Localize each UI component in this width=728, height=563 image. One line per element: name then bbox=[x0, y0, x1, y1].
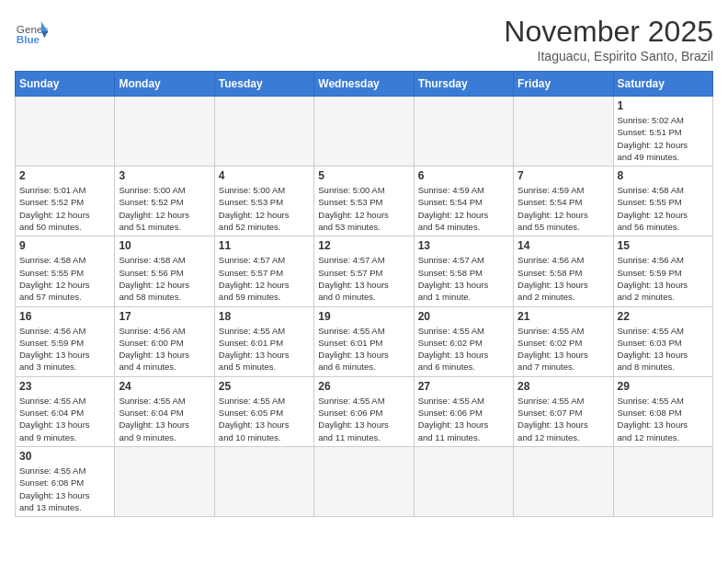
header-sunday: Sunday bbox=[16, 72, 115, 97]
day-2: 2 Sunrise: 5:01 AM Sunset: 5:52 PM Dayli… bbox=[16, 167, 115, 236]
empty-cell bbox=[115, 446, 214, 516]
day-28: 28 Sunrise: 4:55 AM Sunset: 6:07 PM Dayl… bbox=[514, 376, 613, 446]
day-26: 26 Sunrise: 4:55 AM Sunset: 6:06 PM Dayl… bbox=[314, 376, 414, 446]
logo-icon: General Blue bbox=[15, 15, 48, 48]
day-18: 18 Sunrise: 4:55 AM Sunset: 6:01 PM Dayl… bbox=[214, 306, 313, 376]
day-6: 6 Sunrise: 4:59 AM Sunset: 5:54 PM Dayli… bbox=[414, 167, 513, 236]
empty-cell bbox=[613, 446, 712, 516]
empty-cell bbox=[16, 97, 115, 167]
header-thursday: Thursday bbox=[414, 72, 513, 97]
page-header: General Blue November 2025 Itaguacu, Esp… bbox=[15, 15, 713, 63]
day-15: 15 Sunrise: 4:56 AM Sunset: 5:59 PM Dayl… bbox=[613, 236, 712, 306]
empty-cell bbox=[414, 97, 513, 167]
calendar-row-2: 2 Sunrise: 5:01 AM Sunset: 5:52 PM Dayli… bbox=[16, 167, 713, 236]
empty-cell bbox=[214, 97, 313, 167]
header-tuesday: Tuesday bbox=[214, 72, 313, 97]
empty-cell bbox=[314, 97, 414, 167]
day-21: 21 Sunrise: 4:55 AM Sunset: 6:02 PM Dayl… bbox=[514, 306, 613, 376]
header-friday: Friday bbox=[514, 72, 613, 97]
day-14: 14 Sunrise: 4:56 AM Sunset: 5:58 PM Dayl… bbox=[514, 236, 613, 306]
calendar-row-1: 1 Sunrise: 5:02 AM Sunset: 5:51 PM Dayli… bbox=[16, 97, 713, 167]
empty-cell bbox=[514, 97, 613, 167]
day-17: 17 Sunrise: 4:56 AM Sunset: 6:00 PM Dayl… bbox=[115, 306, 214, 376]
calendar-table: Sunday Monday Tuesday Wednesday Thursday… bbox=[15, 71, 713, 517]
svg-text:Blue: Blue bbox=[17, 33, 40, 45]
header-wednesday: Wednesday bbox=[314, 72, 414, 97]
day-30: 30 Sunrise: 4:55 AM Sunset: 6:08 PM Dayl… bbox=[16, 446, 115, 516]
empty-cell bbox=[414, 446, 513, 516]
empty-cell bbox=[115, 97, 214, 167]
day-20: 20 Sunrise: 4:55 AM Sunset: 6:02 PM Dayl… bbox=[414, 306, 513, 376]
day-22: 22 Sunrise: 4:55 AM Sunset: 6:03 PM Dayl… bbox=[613, 306, 712, 376]
calendar-row-3: 9 Sunrise: 4:58 AM Sunset: 5:55 PM Dayli… bbox=[16, 236, 713, 306]
day-23: 23 Sunrise: 4:55 AM Sunset: 6:04 PM Dayl… bbox=[16, 376, 115, 446]
title-block: November 2025 Itaguacu, Espirito Santo, … bbox=[504, 15, 713, 63]
day-24: 24 Sunrise: 4:55 AM Sunset: 6:04 PM Dayl… bbox=[115, 376, 214, 446]
header-saturday: Saturday bbox=[613, 72, 712, 97]
day-10: 10 Sunrise: 4:58 AM Sunset: 5:56 PM Dayl… bbox=[115, 236, 214, 306]
day-1: 1 Sunrise: 5:02 AM Sunset: 5:51 PM Dayli… bbox=[613, 97, 712, 167]
day-11: 11 Sunrise: 4:57 AM Sunset: 5:57 PM Dayl… bbox=[214, 236, 313, 306]
day-13: 13 Sunrise: 4:57 AM Sunset: 5:58 PM Dayl… bbox=[414, 236, 513, 306]
day-5: 5 Sunrise: 5:00 AM Sunset: 5:53 PM Dayli… bbox=[314, 167, 414, 236]
month-title: November 2025 bbox=[504, 15, 713, 49]
empty-cell bbox=[314, 446, 414, 516]
calendar-row-6: 30 Sunrise: 4:55 AM Sunset: 6:08 PM Dayl… bbox=[16, 446, 713, 516]
day-29: 29 Sunrise: 4:55 AM Sunset: 6:08 PM Dayl… bbox=[613, 376, 712, 446]
day-19: 19 Sunrise: 4:55 AM Sunset: 6:01 PM Dayl… bbox=[314, 306, 414, 376]
day-9: 9 Sunrise: 4:58 AM Sunset: 5:55 PM Dayli… bbox=[16, 236, 115, 306]
logo: General Blue bbox=[15, 15, 48, 48]
day-4: 4 Sunrise: 5:00 AM Sunset: 5:53 PM Dayli… bbox=[214, 167, 313, 236]
empty-cell bbox=[214, 446, 313, 516]
weekday-header-row: Sunday Monday Tuesday Wednesday Thursday… bbox=[16, 72, 713, 97]
day-7: 7 Sunrise: 4:59 AM Sunset: 5:54 PM Dayli… bbox=[514, 167, 613, 236]
day-25: 25 Sunrise: 4:55 AM Sunset: 6:05 PM Dayl… bbox=[214, 376, 313, 446]
day-27: 27 Sunrise: 4:55 AM Sunset: 6:06 PM Dayl… bbox=[414, 376, 513, 446]
calendar-row-4: 16 Sunrise: 4:56 AM Sunset: 5:59 PM Dayl… bbox=[16, 306, 713, 376]
calendar-row-5: 23 Sunrise: 4:55 AM Sunset: 6:04 PM Dayl… bbox=[16, 376, 713, 446]
header-monday: Monday bbox=[115, 72, 214, 97]
day-12: 12 Sunrise: 4:57 AM Sunset: 5:57 PM Dayl… bbox=[314, 236, 414, 306]
location: Itaguacu, Espirito Santo, Brazil bbox=[504, 49, 713, 63]
day-16: 16 Sunrise: 4:56 AM Sunset: 5:59 PM Dayl… bbox=[16, 306, 115, 376]
empty-cell bbox=[514, 446, 613, 516]
day-8: 8 Sunrise: 4:58 AM Sunset: 5:55 PM Dayli… bbox=[613, 167, 712, 236]
day-3: 3 Sunrise: 5:00 AM Sunset: 5:52 PM Dayli… bbox=[115, 167, 214, 236]
